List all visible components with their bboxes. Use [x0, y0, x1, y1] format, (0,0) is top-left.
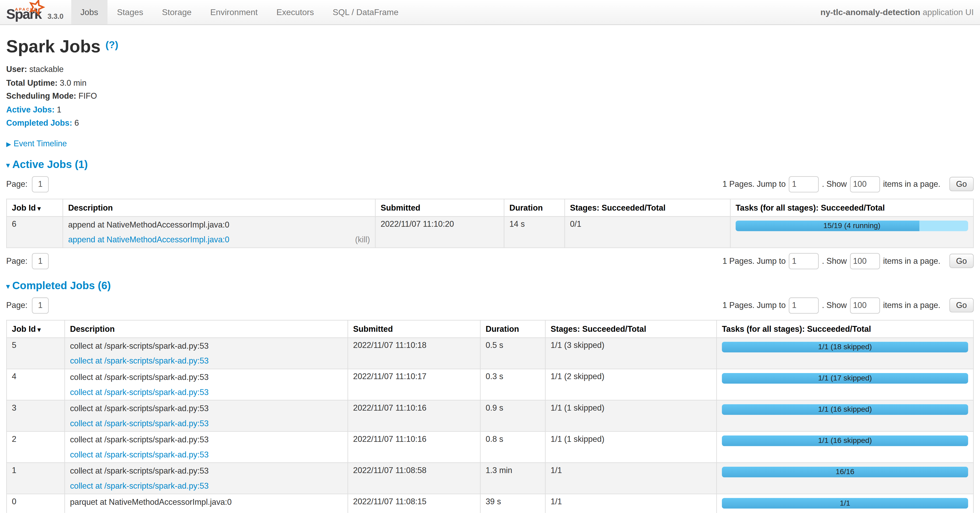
go-button[interactable]: Go	[949, 254, 974, 268]
pages-jump-text: 1 Pages. Jump to	[722, 256, 786, 265]
go-button[interactable]: Go	[949, 177, 974, 191]
job-description-link[interactable]: collect at /spark-scripts/spark-ad.py:53	[70, 480, 208, 491]
uptime-value: 3.0 min	[60, 78, 86, 87]
tab-jobs[interactable]: Jobs	[71, 0, 107, 24]
job-id-cell: 6	[6, 216, 63, 247]
pagination-bar: Page: 1 Pages. Jump to . Show items in a…	[6, 176, 974, 192]
page-title-text: Spark Jobs	[6, 37, 100, 56]
job-description-link[interactable]: collect at /spark-scripts/spark-ad.py:53	[70, 355, 208, 366]
submitted-cell: 2022/11/07 11:10:20	[375, 216, 504, 247]
job-description: collect at /spark-scripts/spark-ad.py:53	[70, 465, 342, 476]
job-id-cell: 1	[6, 462, 65, 494]
event-timeline-label: Event Timeline	[13, 138, 67, 148]
tasks-progress-bar: 16/16	[722, 467, 968, 477]
summary-user: User: stackable	[6, 64, 974, 75]
page-number-input[interactable]	[32, 253, 49, 269]
summary-active-jobs: Active Jobs: 1	[6, 105, 974, 115]
completed-jobs-table-header: Job Id ▾DescriptionSubmittedDurationStag…	[6, 320, 974, 337]
tab-executors[interactable]: Executors	[267, 0, 323, 24]
job-description-link[interactable]: append at NativeMethodAccessorImpl.java:…	[68, 234, 229, 245]
tasks-cell: 1/1 (16 skipped)	[717, 431, 974, 462]
active-jobs-link[interactable]: Active Jobs:	[6, 105, 55, 114]
job-description-link[interactable]: collect at /spark-scripts/spark-ad.py:53	[70, 418, 208, 428]
job-description: collect at /spark-scripts/spark-ad.py:53	[70, 340, 342, 351]
description-cell: parquet at NativeMethodAccessorImpl.java…	[65, 494, 348, 513]
description-cell: collect at /spark-scripts/spark-ad.py:53…	[65, 462, 348, 494]
completed-jobs-header[interactable]: ▾Completed Jobs (6)	[6, 280, 974, 292]
kill-link[interactable]: (kill)	[355, 234, 370, 245]
job-id-cell: 4	[6, 368, 65, 400]
spark-logo[interactable]: Spark APACHE 3.3.0	[6, 0, 64, 24]
submitted-cell: 2022/11/07 11:10:16	[348, 431, 480, 462]
submitted-cell: 2022/11/07 11:10:16	[348, 400, 480, 431]
application-suffix: application UI	[920, 7, 974, 17]
completed-jobs-pager-top: Page: 1 Pages. Jump to . Show items in a…	[6, 297, 974, 313]
tasks-progress-bar: 1/1 (16 skipped)	[722, 435, 968, 446]
completed-job-row: 3 collect at /spark-scripts/spark-ad.py:…	[6, 400, 974, 431]
tasks-progress-bar: 1/1 (18 skipped)	[722, 341, 968, 352]
event-timeline-toggle[interactable]: ▶Event Timeline	[6, 138, 974, 148]
tab-storage[interactable]: Storage	[153, 0, 201, 24]
page-number-input[interactable]	[32, 176, 49, 192]
column-header-submitted[interactable]: Submitted	[375, 199, 504, 216]
jump-to-page-input[interactable]	[789, 297, 819, 313]
duration-cell: 14 s	[504, 216, 565, 247]
job-description-link[interactable]: collect at /spark-scripts/spark-ad.py:53	[70, 386, 208, 397]
completed-jobs-section: ▾Completed Jobs (6) Page: 1 Pages. Jump …	[6, 280, 974, 513]
page-label: Page:	[6, 256, 27, 265]
completed-job-row: 1 collect at /spark-scripts/spark-ad.py:…	[6, 462, 974, 494]
stages-cell: 0/1	[565, 216, 730, 247]
stages-cell: 1/1	[545, 462, 716, 494]
active-jobs-section: ▾Active Jobs (1) Page: 1 Pages. Jump to …	[6, 159, 974, 269]
scheduling-value: FIFO	[79, 91, 97, 100]
tasks-progress-bar: 15/19 (4 running)	[736, 220, 968, 231]
job-description: collect at /spark-scripts/spark-ad.py:53	[70, 434, 342, 445]
column-header-job-id[interactable]: Job Id ▾	[6, 199, 63, 216]
completed-jobs-link[interactable]: Completed Jobs:	[6, 118, 72, 127]
jump-to-page-input[interactable]	[789, 253, 819, 269]
summary-uptime: Total Uptime: 3.0 min	[6, 78, 974, 88]
active-jobs-header[interactable]: ▾Active Jobs (1)	[6, 159, 974, 171]
column-header-stages-succeeded-total[interactable]: Stages: Succeeded/Total	[545, 320, 716, 337]
tab-environment[interactable]: Environment	[201, 0, 267, 24]
help-link[interactable]: (?)	[105, 40, 118, 50]
tab-stages[interactable]: Stages	[107, 0, 153, 24]
column-header-job-id[interactable]: Job Id ▾	[6, 320, 65, 337]
progress-label: 16/16	[722, 467, 968, 477]
description-cell: append at NativeMethodAccessorImpl.java:…	[63, 216, 375, 247]
column-header-tasks-for-all-stages-succeeded-total[interactable]: Tasks (for all stages): Succeeded/Total	[730, 199, 974, 216]
column-header-submitted[interactable]: Submitted	[348, 320, 480, 337]
page-number-input[interactable]	[32, 297, 49, 313]
column-header-description[interactable]: Description	[63, 199, 375, 216]
page-size-input[interactable]	[850, 297, 880, 313]
items-in-page-text: items in a page.	[883, 179, 940, 189]
spark-star-icon	[27, 0, 45, 16]
stages-cell: 1/1	[545, 494, 716, 513]
column-header-tasks-for-all-stages-succeeded-total[interactable]: Tasks (for all stages): Succeeded/Total	[717, 320, 974, 337]
job-description-link[interactable]: parquet at NativeMethodAccessorImpl.java…	[70, 511, 232, 513]
column-header-duration[interactable]: Duration	[480, 320, 546, 337]
submitted-cell: 2022/11/07 11:10:18	[348, 337, 480, 368]
stages-cell: 1/1 (2 skipped)	[545, 368, 716, 400]
completed-job-row: 0 parquet at NativeMethodAccessorImpl.ja…	[6, 494, 974, 513]
page-size-input[interactable]	[850, 253, 880, 269]
duration-cell: 0.5 s	[480, 337, 546, 368]
jump-to-page-input[interactable]	[789, 176, 819, 192]
column-header-stages-succeeded-total[interactable]: Stages: Succeeded/Total	[565, 199, 730, 216]
items-in-page-text: items in a page.	[883, 256, 940, 265]
sort-desc-icon: ▾	[36, 205, 40, 211]
stages-cell: 1/1 (3 skipped)	[545, 337, 716, 368]
go-button[interactable]: Go	[949, 298, 974, 312]
page-size-input[interactable]	[850, 176, 880, 192]
application-name: ny-tlc-anomaly-detection	[821, 7, 920, 17]
column-header-description[interactable]: Description	[65, 320, 348, 337]
collapse-icon: ▾	[6, 161, 10, 168]
job-description-link[interactable]: collect at /spark-scripts/spark-ad.py:53	[70, 449, 208, 459]
pages-jump-text: 1 Pages. Jump to	[722, 179, 786, 189]
show-text: . Show	[822, 256, 847, 265]
job-description: parquet at NativeMethodAccessorImpl.java…	[70, 496, 342, 507]
content: Spark Jobs (?) User: stackable Total Upt…	[0, 37, 980, 513]
column-header-duration[interactable]: Duration	[504, 199, 565, 216]
pages-jump-text: 1 Pages. Jump to	[722, 300, 786, 310]
tab-sql-dataframe[interactable]: SQL / DataFrame	[323, 0, 408, 24]
